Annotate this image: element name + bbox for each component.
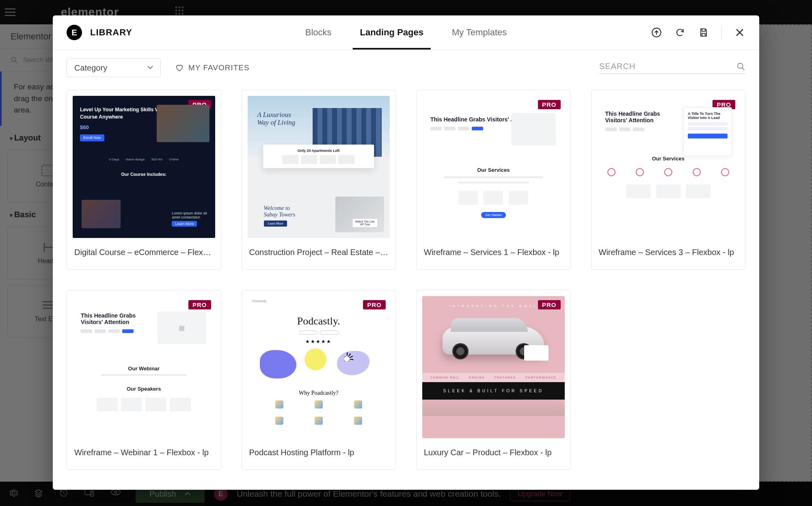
thumb-welcome: Welcome to Sabay Towers (264, 205, 296, 218)
thumb-services: Our Services (422, 167, 565, 173)
my-favorites-button[interactable]: MY FAVORITES (175, 63, 250, 72)
modal-toolbar: Category MY FAVORITES (53, 50, 759, 86)
upload-icon[interactable] (651, 27, 662, 38)
heart-icon (175, 64, 184, 71)
thumb-webinar: Our Webinar (73, 365, 215, 372)
tab-my-templates[interactable]: My Templates (452, 15, 507, 50)
template-title: Podcast Hosting Platform - lp (242, 438, 396, 469)
modal-title: LIBRARY (90, 27, 132, 38)
thumb-services: Our Services (597, 156, 740, 162)
sync-icon[interactable] (674, 27, 686, 38)
thumb-vr-btn: Watch The Live VR Tour (352, 218, 378, 227)
template-card[interactable]: PRO Level Up Your Marketing Skills With … (67, 90, 221, 270)
template-thumbnail: PRO INTRODUCING THE GQ22 COMMON RAILENGI… (422, 296, 565, 438)
search-icon (736, 62, 745, 71)
thumb-price: $60 (80, 124, 89, 130)
thumb-headline: This Headline Grabs Visitors' Attention (597, 96, 676, 128)
template-title: Wireframe – Services 1 – Flexbox - lp (417, 238, 570, 269)
thumb-slogan: SLEEK & BUILT FOR SPEED (422, 382, 565, 400)
pro-badge: PRO (188, 300, 211, 309)
my-favorites-label: MY FAVORITES (188, 63, 250, 72)
template-thumbnail: PRO Level Up Your Marketing Skills With … (73, 96, 215, 238)
thumb-speakers: Our Speakers (73, 386, 215, 392)
template-grid[interactable]: PRO Level Up Your Marketing Skills With … (53, 86, 759, 490)
chevron-down-icon (147, 66, 153, 70)
tab-landing-pages[interactable]: Landing Pages (360, 15, 423, 50)
template-card[interactable]: PRO Podcastly Podcastly. ★★★★★ Why Poadc… (242, 290, 396, 470)
thumb-title: Podcastly. (248, 315, 390, 327)
tab-blocks[interactable]: Blocks (305, 15, 332, 50)
actions-divider (721, 26, 722, 39)
template-card[interactable]: PRO A Luxurious Way of Living Only 20 Ap… (242, 90, 396, 270)
pro-badge: PRO (538, 100, 561, 109)
template-title: Wireframe – Services 3 – Flexbox - lp (592, 238, 745, 269)
library-modal: E LIBRARY Blocks Landing Pages My Templa… (53, 15, 759, 490)
thumb-headline: A Luxurious Way of Living (257, 111, 296, 126)
template-search[interactable] (599, 62, 745, 74)
template-card[interactable]: PRO INTRODUCING THE GQ22 COMMON RAILENGI… (416, 290, 571, 470)
modal-tabs: Blocks Landing Pages My Templates (305, 15, 507, 50)
category-select[interactable]: Category (67, 58, 161, 77)
elementor-logo-icon: E (67, 25, 82, 40)
template-title: Luxury Car – Product – Flexbox - lp (417, 438, 570, 469)
template-card[interactable]: PRO This Headline Grabs Visitors' Attent… (67, 290, 221, 470)
thumb-card-text: Only 20 Apartments Left (298, 149, 340, 153)
modal-header: E LIBRARY Blocks Landing Pages My Templa… (53, 15, 759, 50)
template-thumbnail: PRO This Headline Grabs Visitors' Attent… (73, 296, 215, 438)
thumb-card-title: A Title To Turn The Visitor Into A Lead (688, 112, 728, 120)
thumb-mid: Our Course Includes: (73, 172, 215, 177)
template-thumbnail: PRO Podcastly Podcastly. ★★★★★ Why Poadc… (248, 296, 390, 438)
template-card[interactable]: PRO This Headline Grabs Visitors' Attent… (416, 90, 571, 270)
empty-slot (591, 290, 746, 470)
category-label: Category (74, 63, 107, 73)
save-icon[interactable] (698, 27, 709, 38)
search-input[interactable] (599, 62, 736, 71)
template-title: Wireframe – Webinar 1 – Flexbox - lp (67, 438, 221, 469)
close-icon[interactable] (734, 27, 745, 38)
template-title: Digital Course – eCommerce – Flexbox - l… (67, 238, 221, 269)
thumb-why: Why Poadcastly? (248, 390, 390, 396)
pro-badge: PRO (363, 300, 386, 309)
template-thumbnail: PRO A Luxurious Way of Living Only 20 Ap… (248, 96, 390, 238)
template-thumbnail: PRO This Headline Grabs Visitors' Attent… (422, 96, 565, 238)
modal-actions (651, 26, 745, 39)
template-thumbnail: PRO This Headline Grabs Visitors' Attent… (597, 96, 740, 238)
template-card[interactable]: PRO This Headline Grabs Visitors' Attent… (591, 90, 746, 270)
thumb-headline: This Headline Grabs Visitors' Attention (73, 296, 151, 329)
template-title: Construction Project – Real Estate – Fle… (242, 238, 396, 269)
svg-point-16 (738, 63, 743, 68)
